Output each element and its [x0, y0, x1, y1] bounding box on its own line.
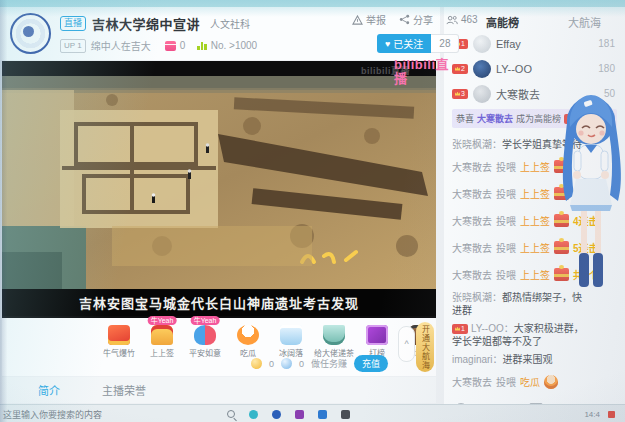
avatar [473, 85, 491, 103]
gift-item-fortune-stick[interactable]: 牛Yeah 上上签 [145, 325, 179, 358]
notification-icon[interactable] [608, 411, 615, 418]
tab-intro[interactable]: 简介 [38, 382, 60, 398]
gift-message: 大寒散去投喂吃瓜 [452, 373, 617, 391]
chat-message: 1LY--OO：大家积极进群，学长学姐都等不及了 [452, 322, 617, 348]
cola-icon [280, 325, 302, 345]
firecracker-icon [108, 325, 130, 345]
tab-fleet[interactable]: 大航海 [568, 14, 601, 30]
gift-items: 牛气爆竹 牛Yeah 上上签 牛Yeah 平安如意 吃瓜 冰阔落 [102, 325, 437, 358]
silver-seed-icon [281, 358, 292, 369]
aerial-dig-illustration [2, 76, 436, 289]
room-title: 吉林大学绵中宣讲 [92, 14, 200, 33]
chevron-up-icon: ^ [404, 339, 408, 349]
chat-message: imaginari：进群来围观 [452, 353, 617, 366]
gold-seed-count: 0 [269, 359, 274, 369]
video-caption: 吉林安图宝马城金代长白山神庙遗址考古发现 [79, 293, 359, 312]
followed-button[interactable]: ♥ 已关注 [377, 34, 431, 53]
rank-3-badge: 3 [452, 89, 468, 99]
taskbar-tray: 14:4 [584, 410, 625, 419]
niu-yeah-badge: 牛Yeah [148, 316, 177, 325]
gold-seed-icon [251, 358, 262, 369]
viewers-icon [446, 15, 458, 25]
gift-stat-icon [165, 41, 176, 51]
earn-by-task-link[interactable]: 做任务赚 [311, 357, 347, 370]
avatar [473, 60, 491, 78]
open-fleet-banner[interactable]: 开通大航海 [416, 322, 434, 372]
gift-item-ticket[interactable]: 打榜 [360, 325, 394, 358]
taskbar-icons [227, 410, 350, 419]
up-badge: UP 1 [60, 39, 86, 53]
monitor-photo: 直播 吉林大学绵中宣讲 人文社科 UP 1 绵中人在吉大 0 No. >1000 [0, 0, 625, 422]
chat-sidebar: 高能榜 大航海 1 Effay 181 2 LY--OO 180 3 大寒散去 … [444, 7, 625, 404]
video-caption-bar: 吉林安图宝马城金代长白山神庙遗址考古发现 [2, 289, 436, 316]
gift-stat-count: 0 [180, 40, 186, 51]
header-text-block: 直播 吉林大学绵中宣讲 人文社科 UP 1 绵中人在吉大 0 No. >1000 [60, 14, 269, 53]
gift-item-melon[interactable]: 吃瓜 [231, 325, 265, 358]
taskbar-search-box[interactable]: 这里输入你要搜索的内容 [0, 408, 102, 421]
player-letterbox-top: bilibili直播 [2, 61, 436, 77]
heart-icon: ♥ [385, 39, 390, 49]
recharge-button[interactable]: 充值 [354, 355, 388, 372]
video-frame-archaeological-site[interactable] [2, 76, 436, 289]
ticket-icon [366, 325, 388, 345]
melon-icon [237, 325, 259, 345]
share-button[interactable]: 分享 [399, 12, 433, 27]
up-name[interactable]: 绵中人在吉大 [91, 38, 151, 53]
rank-row[interactable]: 2 LY--OO 180 [452, 56, 617, 81]
rank-1-badge: 1 [452, 324, 468, 334]
follow-count: 28 [431, 34, 459, 53]
hot-rank-label[interactable]: No. >1000 [211, 40, 257, 51]
mascot-anime-girl [554, 83, 625, 297]
header-actions: 举报 分享 463 [352, 12, 478, 27]
clock: 14:4 [584, 410, 600, 419]
gift-item-firecracker[interactable]: 牛气爆竹 [102, 325, 136, 358]
silver-seed-count: 0 [299, 359, 304, 369]
streamer-logo-jilin-university-seal[interactable] [10, 13, 51, 54]
tab-streamer-honor[interactable]: 主播荣誉 [102, 382, 146, 398]
gift-item-cola[interactable]: 冰阔落 [274, 325, 308, 358]
melon-emoji-icon [544, 375, 558, 389]
app-icon[interactable] [341, 410, 350, 419]
wallet-row: 0 0 做任务赚 充值 [251, 355, 388, 372]
windows-taskbar: 这里输入你要搜索的内容 14:4 [0, 404, 625, 422]
rank-row[interactable]: 1 Effay 181 [452, 31, 617, 56]
niu-yeah-badge: 牛Yeah [191, 316, 220, 325]
gift-dock: 牛气爆竹 牛Yeah 上上签 牛Yeah 平安如意 吃瓜 冰阔落 [2, 318, 436, 376]
fortune-stick-icon [151, 325, 173, 345]
app-icon[interactable] [295, 410, 304, 419]
share-icon [399, 14, 410, 25]
viewers-counter: 463 [446, 14, 478, 25]
room-info-tabs: 简介 主播荣誉 [2, 377, 436, 403]
video-player[interactable]: bilibili直播 [2, 61, 436, 318]
live-badge: 直播 [60, 16, 86, 31]
gift-dock-collapse-button[interactable]: ^ [398, 326, 415, 362]
rank-stat-icon [197, 42, 207, 50]
tab-high-energy-rank[interactable]: 高能榜 [486, 14, 519, 30]
lucky-dolls-icon [194, 325, 216, 345]
report-button[interactable]: 举报 [352, 12, 386, 27]
gift-item-tea[interactable]: 给大佬递茶 [317, 325, 351, 358]
edge-browser-icon[interactable] [249, 410, 258, 419]
gift-item-lucky-dolls[interactable]: 牛Yeah 平安如意 [188, 325, 222, 358]
app-icon[interactable] [272, 410, 281, 419]
room-category[interactable]: 人文社科 [210, 16, 250, 31]
tea-icon [323, 325, 345, 345]
follow-group: ♥ 已关注 28 [377, 34, 459, 53]
folder-icon[interactable] [318, 410, 327, 419]
report-icon [352, 15, 363, 25]
avatar [473, 35, 491, 53]
search-icon[interactable] [227, 410, 235, 418]
bilibili-live-logo: bilibili直播 [394, 58, 460, 86]
